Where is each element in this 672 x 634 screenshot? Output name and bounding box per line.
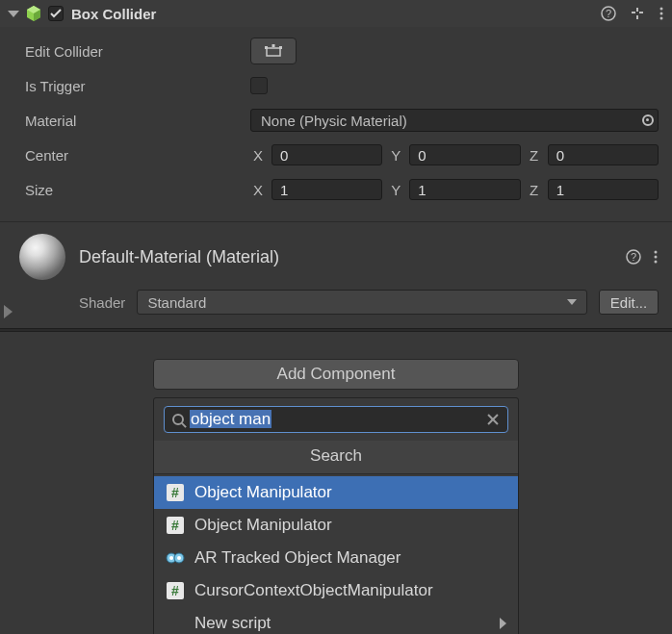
axis-x-label: X <box>250 182 266 198</box>
center-z-field[interactable]: 0 <box>548 144 659 165</box>
object-picker-icon[interactable] <box>642 114 654 126</box>
svg-rect-12 <box>267 48 280 56</box>
material-title: Default-Material (Material) <box>79 247 279 267</box>
axis-z-label: Z <box>527 182 542 198</box>
physic-material-field[interactable]: None (Physic Material) <box>250 109 659 132</box>
search-result-item[interactable]: AR Tracked Object Manager <box>154 542 518 574</box>
component-enabled-checkbox[interactable] <box>48 6 64 21</box>
svg-rect-5 <box>632 12 635 13</box>
svg-rect-13 <box>265 46 268 49</box>
svg-rect-14 <box>279 46 282 49</box>
script-icon: # <box>167 484 184 501</box>
chevron-down-icon <box>567 299 577 305</box>
svg-text:?: ? <box>631 251 636 263</box>
search-icon <box>172 414 184 425</box>
center-x-field[interactable]: 0 <box>271 144 382 165</box>
chevron-right-icon <box>500 618 506 629</box>
edit-shader-button[interactable]: Edit... <box>599 290 659 315</box>
foldout-toggle[interactable] <box>8 11 19 17</box>
more-icon[interactable] <box>653 249 659 265</box>
is-trigger-checkbox[interactable] <box>250 77 268 94</box>
svg-rect-6 <box>639 12 643 13</box>
help-icon[interactable]: ? <box>626 249 641 265</box>
svg-rect-15 <box>272 44 275 47</box>
search-result-item[interactable]: # Object Manipulator <box>154 509 518 542</box>
size-label: Size <box>25 182 250 198</box>
ar-icon <box>166 548 185 568</box>
box-collider-icon <box>25 5 42 22</box>
search-result-label: CursorContextObjectManipulator <box>194 581 506 600</box>
search-result-label: AR Tracked Object Manager <box>194 548 506 568</box>
svg-point-19 <box>655 256 658 259</box>
center-y-field[interactable]: 0 <box>409 144 520 165</box>
new-script-item[interactable]: New script <box>154 607 518 634</box>
svg-text:?: ? <box>606 8 611 19</box>
edit-collider-button[interactable] <box>250 38 297 64</box>
svg-point-10 <box>660 13 663 15</box>
axis-y-label: Y <box>388 182 403 198</box>
help-icon[interactable]: ? <box>601 6 616 21</box>
blank-icon <box>166 614 185 633</box>
svg-point-24 <box>177 556 181 560</box>
shader-label: Shader <box>79 294 125 311</box>
center-label: Center <box>25 147 250 164</box>
material-preview-icon <box>19 234 65 280</box>
script-icon: # <box>167 517 184 534</box>
component-title: Box Collider <box>71 6 601 22</box>
search-text-value: object man <box>190 410 480 429</box>
clear-search-icon[interactable] <box>486 413 500 426</box>
search-result-label: Object Manipulator <box>194 483 506 502</box>
physic-material-value: None (Physic Material) <box>261 113 407 129</box>
popup-header: Search <box>154 441 518 474</box>
search-result-item[interactable]: # CursorContextObjectManipulator <box>154 574 518 607</box>
material-foldout-icon[interactable] <box>4 305 13 318</box>
edit-collider-label: Edit Collider <box>25 43 250 60</box>
svg-point-20 <box>655 261 658 264</box>
svg-point-18 <box>655 251 658 254</box>
svg-point-11 <box>660 17 663 20</box>
size-y-field[interactable]: 1 <box>409 179 520 200</box>
axis-z-label: Z <box>527 147 542 164</box>
svg-rect-7 <box>636 8 638 12</box>
search-result-label: Object Manipulator <box>194 516 506 535</box>
svg-point-23 <box>169 556 173 560</box>
axis-x-label: X <box>250 147 266 164</box>
add-component-button[interactable]: Add Component <box>153 359 519 390</box>
more-icon[interactable] <box>659 6 664 21</box>
component-search-input[interactable]: object man <box>164 406 508 433</box>
axis-y-label: Y <box>388 147 403 164</box>
size-x-field[interactable]: 1 <box>271 179 382 200</box>
preset-icon[interactable] <box>630 6 645 21</box>
add-component-popup: object man Search # Object Manipulator #… <box>153 397 519 634</box>
svg-rect-8 <box>636 15 638 19</box>
script-icon: # <box>167 582 184 599</box>
material-label: Material <box>25 113 250 129</box>
shader-dropdown[interactable]: Standard <box>137 290 587 315</box>
shader-value: Standard <box>147 294 206 311</box>
size-z-field[interactable]: 1 <box>548 179 659 200</box>
svg-point-9 <box>660 8 663 11</box>
new-script-label: New script <box>194 614 490 633</box>
search-result-item[interactable]: # Object Manipulator <box>154 476 518 509</box>
is-trigger-label: Is Trigger <box>25 78 250 94</box>
